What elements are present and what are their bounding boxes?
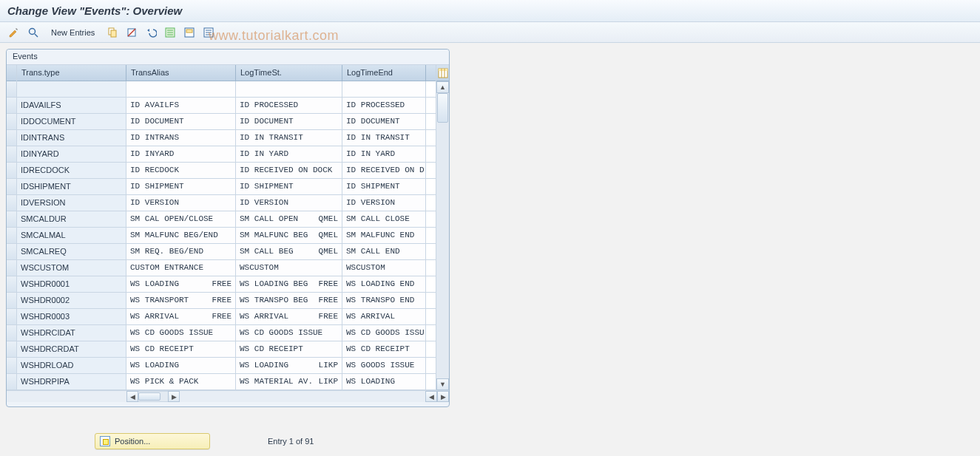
row-selector[interactable] [7,146,16,163]
table-row[interactable]: IDINYARDID INYARDID IN YARDID IN YARD [17,146,436,163]
row-selector[interactable] [7,341,16,358]
row-selector[interactable] [7,130,16,146]
scroll-down-button[interactable]: ▼ [436,378,449,390]
cell-trans-alias[interactable]: WS PICK & PACK [126,374,236,389]
cell-log-time-end[interactable]: ID SHIPMENT [342,179,426,194]
cell-trans-alias[interactable]: ID RECDOCK [126,163,236,178]
col-header-log-time-st[interactable]: LogTimeSt. [236,65,342,81]
table-row[interactable] [17,81,436,98]
table-row[interactable]: WSHDR0001WS LOADINGFREEWS LOADING BEGFRE… [17,276,436,293]
cell-trans-alias[interactable]: ID DOCUMENT [126,114,236,129]
table-row[interactable]: IDVERSIONID VERSIONID VERSIONID VERSION [17,195,436,211]
cell-trans-alias[interactable]: ID AVAILFS [126,98,236,113]
hscroll-track[interactable] [138,391,168,402]
table-row[interactable]: IDAVAILFSID AVAILFSID PROCESSEDID PROCES… [17,98,436,114]
cell-trans-type[interactable]: WSHDRPIPA [17,374,126,389]
cell-trans-type[interactable]: SMCALDUR [17,211,126,227]
new-entries-button[interactable]: New Entries [44,26,101,39]
table-configure-button[interactable] [436,65,449,81]
cell-log-time-st[interactable]: ID IN TRANSIT [236,130,342,146]
row-selector[interactable] [7,309,16,325]
cell-trans-type[interactable]: WSCUSTOM [17,260,126,276]
scroll-right-end-button[interactable]: ▶ [437,391,449,402]
cell-log-time-end[interactable]: WS GOODS ISSUE [342,358,426,373]
cell-trans-type[interactable]: WSHDR0001 [17,276,126,292]
scroll-up-button[interactable]: ▲ [436,81,449,93]
cell-log-time-end[interactable]: WS TRANSPO END [342,293,426,308]
cell-log-time-end[interactable]: WS CD RECEIPT [342,341,426,357]
deselect-all-button[interactable] [200,25,217,40]
cell-log-time-end[interactable]: WS CD GOODS ISSU [342,325,426,341]
row-selector[interactable] [7,293,16,309]
cell-log-time-st[interactable]: WSCUSTOM [236,260,342,276]
cell-log-time-st[interactable]: WS CD GOODS ISSUE [236,325,342,341]
table-row[interactable]: SMCALREQSM REQ. BEG/ENDSM CALL BEGQMELSM… [17,244,436,260]
col-header-log-time-end[interactable]: LogTimeEnd [342,65,426,81]
table-row[interactable]: WSHDRCIDATWS CD GOODS ISSUEWS CD GOODS I… [17,325,436,341]
cell-log-time-st[interactable]: WS TRANSPO BEGFREE [236,293,342,308]
table-row[interactable]: WSCUSTOMCUSTOM ENTRANCEWSCUSTOMWSCUSTOM [17,260,436,276]
cell-log-time-end[interactable]: WS LOADING [342,374,426,389]
row-selector[interactable] [7,325,16,341]
cell-log-time-st[interactable]: ID IN YARD [236,146,342,162]
table-row[interactable]: IDRECDOCKID RECDOCKID RECEIVED ON DOCKID… [17,163,436,179]
row-selector[interactable] [7,244,16,260]
table-row[interactable]: WSHDR0003WS ARRIVALFREEWS ARRIVALFREEWS … [17,309,436,325]
vscroll-track[interactable] [436,93,449,378]
cell-trans-type[interactable]: WSHDRLOAD [17,358,126,373]
cell-log-time-end[interactable]: ID IN TRANSIT [342,130,426,146]
cell-log-time-end[interactable]: WS ARRIVAL [342,309,426,324]
cell-log-time-end[interactable]: ID IN YARD [342,146,426,162]
row-selector[interactable] [7,260,16,276]
cell-trans-type[interactable]: IDDOCUMENT [17,114,126,129]
table-row[interactable]: IDINTRANSID INTRANSID IN TRANSITID IN TR… [17,130,436,146]
undo-button[interactable] [143,25,159,40]
cell-trans-type[interactable]: WSHDR0003 [17,309,126,324]
table-row[interactable]: SMCALMALSM MALFUNC BEG/ENDSM MALFUNC BEG… [17,228,436,244]
cell-log-time-end[interactable]: ID DOCUMENT [342,114,426,129]
table-row[interactable]: WSHDRLOADWS LOADINGWS LOADINGLIKPWS GOOD… [17,358,436,374]
row-selector[interactable] [7,163,16,179]
cell-trans-type[interactable]: WSHDR0002 [17,293,126,308]
cell-trans-alias[interactable]: WS LOADINGFREE [126,276,236,292]
cell-trans-alias[interactable]: WS TRANSPORTFREE [126,293,236,308]
cell-trans-alias[interactable]: WS LOADING [126,358,236,373]
cell-log-time-st[interactable] [236,81,342,97]
cell-trans-type[interactable]: SMCALREQ [17,244,126,259]
cell-log-time-end[interactable]: WS LOADING END [342,276,426,292]
cell-trans-type[interactable]: IDINYARD [17,146,126,162]
cell-log-time-end[interactable]: ID VERSION [342,195,426,211]
cell-trans-alias[interactable]: WS ARRIVALFREE [126,309,236,324]
cell-trans-type[interactable]: IDRECDOCK [17,163,126,178]
cell-trans-alias[interactable]: WS CD GOODS ISSUE [126,325,236,341]
row-selector[interactable] [7,358,16,374]
scroll-left-button[interactable]: ◀ [126,391,138,402]
cell-trans-type[interactable]: IDSHIPMENT [17,179,126,194]
cell-log-time-st[interactable]: ID DOCUMENT [236,114,342,129]
table-row[interactable]: WSHDRPIPAWS PICK & PACKWS MATERIAL AV.LI… [17,374,436,390]
details-button[interactable] [25,25,41,40]
cell-log-time-st[interactable]: ID VERSION [236,195,342,211]
scroll-right-button[interactable]: ▶ [168,391,180,402]
cell-trans-type[interactable]: WSHDRCRDAT [17,341,126,357]
row-selector[interactable] [7,374,16,390]
cell-trans-alias[interactable]: SM REQ. BEG/END [126,244,236,259]
row-selector[interactable] [7,98,16,114]
cell-log-time-st[interactable]: SM CALL OPENQMEL [236,211,342,227]
cell-log-time-st[interactable]: WS LOADINGLIKP [236,358,342,373]
cell-log-time-end[interactable] [342,81,426,97]
select-all-rows-header[interactable] [7,65,16,81]
delete-button[interactable] [124,25,140,40]
hscroll-thumb[interactable] [138,392,160,401]
copy-as-button[interactable] [104,25,121,40]
position-button[interactable]: Position... [95,433,210,449]
row-selector[interactable] [7,276,16,293]
cell-log-time-st[interactable]: ID RECEIVED ON DOCK [236,163,342,178]
cell-trans-alias[interactable]: SM MALFUNC BEG/END [126,228,236,243]
cell-trans-type[interactable] [17,81,126,97]
cell-log-time-st[interactable]: WS LOADING BEGFREE [236,276,342,292]
table-row[interactable]: WSHDR0002WS TRANSPORTFREEWS TRANSPO BEGF… [17,293,436,309]
table-row[interactable]: IDDOCUMENTID DOCUMENTID DOCUMENTID DOCUM… [17,114,436,130]
table-row[interactable]: IDSHIPMENTID SHIPMENTID SHIPMENTID SHIPM… [17,179,436,195]
row-selector[interactable] [7,81,16,98]
